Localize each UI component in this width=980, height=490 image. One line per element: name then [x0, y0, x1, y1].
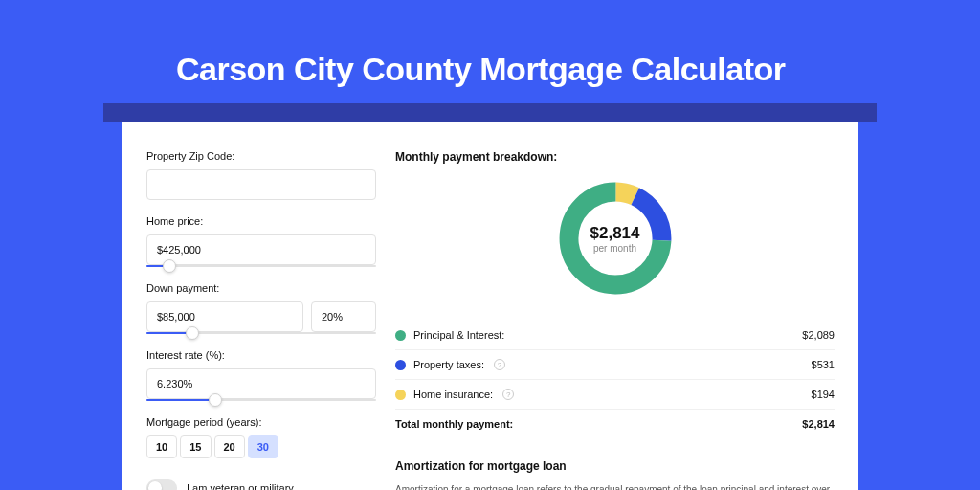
down-group: Down payment: [146, 282, 376, 334]
donut-amount: $2,814 [590, 224, 640, 243]
legend-row: Home insurance:?$194 [395, 380, 835, 410]
down-slider-thumb[interactable] [186, 326, 199, 340]
donut-subtitle: per month [593, 243, 636, 254]
legend-row: Property taxes:?$531 [395, 350, 835, 380]
breakdown-title: Monthly payment breakdown: [395, 150, 835, 164]
info-icon[interactable]: ? [494, 359, 505, 370]
zip-input[interactable] [146, 169, 376, 200]
legend-dot [395, 360, 406, 370]
period-group: Mortgage period (years): 10152030 [146, 416, 376, 458]
amortization-title: Amortization for mortgage loan [395, 459, 835, 473]
legend-label: Home insurance: [413, 389, 493, 400]
legend-value: $194 [812, 389, 835, 400]
period-option-15[interactable]: 15 [180, 435, 211, 458]
price-input[interactable] [146, 234, 376, 265]
legend-dot [395, 330, 406, 341]
down-label: Down payment: [146, 282, 376, 294]
legend: Principal & Interest:$2,089Property taxe… [395, 321, 835, 438]
legend-row: Principal & Interest:$2,089 [395, 321, 835, 350]
zip-group: Property Zip Code: [146, 150, 376, 200]
rate-slider[interactable] [146, 399, 376, 401]
legend-value: $2,089 [802, 329, 835, 341]
price-label: Home price: [146, 215, 376, 227]
toggle-knob [148, 481, 162, 490]
info-icon[interactable]: ? [502, 389, 514, 400]
period-option-20[interactable]: 20 [214, 435, 245, 458]
legend-value: $531 [812, 359, 835, 370]
period-option-30[interactable]: 30 [248, 435, 278, 458]
legend-total-row: Total monthly payment:$2,814 [395, 410, 835, 438]
donut-chart: $2,814 per month [554, 177, 677, 300]
breakdown-column: Monthly payment breakdown: $2,814 per mo… [395, 150, 835, 490]
price-slider-thumb[interactable] [163, 259, 176, 273]
legend-total-value: $2,814 [802, 418, 835, 430]
page-title: Carson City County Mortgage Calculator [176, 51, 980, 88]
legend-label: Principal & Interest: [413, 329, 504, 341]
veteran-toggle[interactable] [146, 479, 177, 490]
donut-chart-wrap: $2,814 per month [395, 177, 835, 300]
down-percent-input[interactable] [311, 301, 376, 332]
price-group: Home price: [146, 215, 376, 267]
inputs-column: Property Zip Code: Home price: Down paym… [146, 150, 376, 490]
amortization-body: Amortization for a mortgage loan refers … [395, 482, 835, 490]
period-label: Mortgage period (years): [146, 416, 376, 428]
veteran-label: I am veteran or military [187, 482, 294, 490]
legend-total-label: Total monthly payment: [395, 418, 513, 430]
banner-bar [103, 103, 877, 122]
legend-dot [395, 390, 406, 400]
veteran-row: I am veteran or military [146, 479, 376, 490]
rate-group: Interest rate (%): [146, 349, 376, 401]
rate-slider-thumb[interactable] [209, 393, 222, 407]
rate-input[interactable] [146, 368, 376, 399]
legend-label: Property taxes: [413, 359, 484, 370]
calculator-panel: Property Zip Code: Home price: Down paym… [122, 122, 858, 490]
rate-label: Interest rate (%): [146, 349, 376, 361]
down-amount-input[interactable] [146, 301, 303, 332]
period-option-10[interactable]: 10 [146, 435, 177, 458]
price-slider[interactable] [146, 265, 376, 267]
down-slider[interactable] [146, 332, 376, 334]
amortization-section: Amortization for mortgage loan Amortizat… [395, 459, 835, 490]
zip-label: Property Zip Code: [146, 150, 376, 162]
